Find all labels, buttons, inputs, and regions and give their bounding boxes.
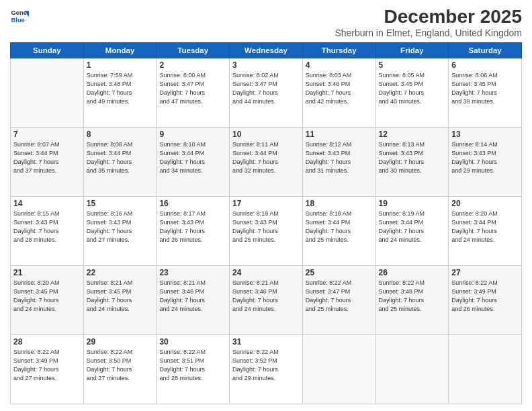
calendar-week-row: 14Sunrise: 8:15 AM Sunset: 3:43 PM Dayli…	[11, 196, 522, 265]
day-info: Sunrise: 8:07 AM Sunset: 3:44 PM Dayligh…	[13, 140, 81, 175]
page: General Blue December 2025 Sherburn in E…	[0, 0, 532, 411]
day-number: 25	[306, 268, 373, 277]
day-info: Sunrise: 7:59 AM Sunset: 3:48 PM Dayligh…	[87, 71, 154, 106]
day-number: 20	[451, 199, 519, 208]
calendar-cell: 18Sunrise: 8:18 AM Sunset: 3:44 PM Dayli…	[302, 196, 375, 265]
day-number: 19	[379, 199, 446, 208]
day-number: 12	[379, 130, 446, 139]
day-info: Sunrise: 8:06 AM Sunset: 3:45 PM Dayligh…	[451, 71, 519, 106]
calendar-cell: 27Sunrise: 8:22 AM Sunset: 3:49 PM Dayli…	[449, 265, 522, 334]
calendar-cell: 2Sunrise: 8:00 AM Sunset: 3:47 PM Daylig…	[157, 58, 230, 127]
day-info: Sunrise: 8:18 AM Sunset: 3:44 PM Dayligh…	[306, 210, 373, 244]
calendar-cell: 4Sunrise: 8:03 AM Sunset: 3:46 PM Daylig…	[302, 58, 375, 127]
day-info: Sunrise: 8:15 AM Sunset: 3:43 PM Dayligh…	[13, 210, 81, 244]
calendar-cell: 11Sunrise: 8:12 AM Sunset: 3:43 PM Dayli…	[302, 127, 375, 196]
calendar-cell: 30Sunrise: 8:22 AM Sunset: 3:51 PM Dayli…	[157, 334, 230, 404]
calendar-cell: 7Sunrise: 8:07 AM Sunset: 3:44 PM Daylig…	[11, 127, 84, 196]
logo-icon: General Blue	[10, 7, 29, 26]
weekday-header-friday: Friday	[375, 42, 449, 58]
calendar-cell: 16Sunrise: 8:17 AM Sunset: 3:43 PM Dayli…	[157, 196, 230, 265]
day-info: Sunrise: 8:22 AM Sunset: 3:47 PM Dayligh…	[306, 279, 373, 314]
day-info: Sunrise: 8:22 AM Sunset: 3:49 PM Dayligh…	[451, 279, 519, 314]
day-info: Sunrise: 8:22 AM Sunset: 3:51 PM Dayligh…	[159, 348, 226, 383]
title-block: December 2025 Sherburn in Elmet, England…	[335, 7, 522, 38]
calendar-cell: 31Sunrise: 8:22 AM Sunset: 3:52 PM Dayli…	[230, 334, 303, 404]
day-info: Sunrise: 8:03 AM Sunset: 3:46 PM Dayligh…	[306, 71, 373, 106]
day-number: 17	[232, 199, 300, 208]
day-info: Sunrise: 8:14 AM Sunset: 3:43 PM Dayligh…	[451, 140, 519, 175]
day-info: Sunrise: 8:10 AM Sunset: 3:44 PM Dayligh…	[159, 140, 226, 175]
day-info: Sunrise: 8:20 AM Sunset: 3:44 PM Dayligh…	[451, 210, 519, 244]
month-title: December 2025	[335, 7, 522, 28]
day-info: Sunrise: 8:08 AM Sunset: 3:44 PM Dayligh…	[87, 140, 154, 175]
day-number: 24	[232, 268, 300, 277]
calendar-cell: 19Sunrise: 8:19 AM Sunset: 3:44 PM Dayli…	[375, 196, 449, 265]
day-number: 3	[232, 60, 300, 70]
day-number: 1	[87, 60, 154, 70]
day-number: 27	[451, 268, 519, 277]
day-number: 9	[159, 130, 226, 139]
calendar-week-row: 21Sunrise: 8:20 AM Sunset: 3:45 PM Dayli…	[11, 265, 522, 334]
calendar-cell: 14Sunrise: 8:15 AM Sunset: 3:43 PM Dayli…	[11, 196, 84, 265]
calendar-cell: 8Sunrise: 8:08 AM Sunset: 3:44 PM Daylig…	[83, 127, 157, 196]
calendar-cell: 24Sunrise: 8:21 AM Sunset: 3:46 PM Dayli…	[230, 265, 303, 334]
day-number: 22	[87, 268, 154, 277]
calendar-cell: 13Sunrise: 8:14 AM Sunset: 3:43 PM Dayli…	[449, 127, 522, 196]
day-number: 16	[159, 199, 226, 208]
calendar-cell: 20Sunrise: 8:20 AM Sunset: 3:44 PM Dayli…	[449, 196, 522, 265]
day-number: 30	[159, 337, 226, 347]
day-number: 2	[159, 60, 226, 70]
day-number: 11	[306, 130, 373, 139]
day-number: 13	[451, 130, 519, 139]
logo: General Blue	[10, 7, 29, 26]
weekday-header-row: SundayMondayTuesdayWednesdayThursdayFrid…	[11, 42, 522, 58]
day-info: Sunrise: 8:22 AM Sunset: 3:50 PM Dayligh…	[87, 348, 154, 383]
weekday-header-wednesday: Wednesday	[230, 42, 303, 58]
header: General Blue December 2025 Sherburn in E…	[10, 7, 522, 38]
weekday-header-tuesday: Tuesday	[157, 42, 230, 58]
day-info: Sunrise: 8:18 AM Sunset: 3:43 PM Dayligh…	[232, 210, 300, 244]
day-number: 23	[159, 268, 226, 277]
calendar-cell: 9Sunrise: 8:10 AM Sunset: 3:44 PM Daylig…	[157, 127, 230, 196]
svg-text:Blue: Blue	[11, 17, 25, 24]
day-info: Sunrise: 8:11 AM Sunset: 3:44 PM Dayligh…	[232, 140, 300, 175]
day-number: 8	[87, 130, 154, 139]
day-info: Sunrise: 8:21 AM Sunset: 3:46 PM Dayligh…	[232, 279, 300, 314]
day-info: Sunrise: 8:20 AM Sunset: 3:45 PM Dayligh…	[13, 279, 81, 314]
calendar-week-row: 28Sunrise: 8:22 AM Sunset: 3:49 PM Dayli…	[11, 334, 522, 404]
day-info: Sunrise: 8:22 AM Sunset: 3:52 PM Dayligh…	[232, 348, 300, 383]
weekday-header-sunday: Sunday	[11, 42, 84, 58]
calendar-week-row: 7Sunrise: 8:07 AM Sunset: 3:44 PM Daylig…	[11, 127, 522, 196]
calendar-cell: 3Sunrise: 8:02 AM Sunset: 3:47 PM Daylig…	[230, 58, 303, 127]
subtitle: Sherburn in Elmet, England, United Kingd…	[335, 28, 522, 38]
calendar-cell: 1Sunrise: 7:59 AM Sunset: 3:48 PM Daylig…	[83, 58, 157, 127]
calendar-cell: 25Sunrise: 8:22 AM Sunset: 3:47 PM Dayli…	[302, 265, 375, 334]
day-info: Sunrise: 8:22 AM Sunset: 3:49 PM Dayligh…	[13, 348, 81, 383]
day-info: Sunrise: 8:22 AM Sunset: 3:48 PM Dayligh…	[379, 279, 446, 314]
day-info: Sunrise: 8:21 AM Sunset: 3:45 PM Dayligh…	[87, 279, 154, 314]
day-info: Sunrise: 8:12 AM Sunset: 3:43 PM Dayligh…	[306, 140, 373, 175]
day-info: Sunrise: 8:13 AM Sunset: 3:43 PM Dayligh…	[379, 140, 446, 175]
calendar-cell: 5Sunrise: 8:05 AM Sunset: 3:45 PM Daylig…	[375, 58, 449, 127]
weekday-header-saturday: Saturday	[449, 42, 522, 58]
day-number: 28	[13, 337, 81, 347]
calendar-cell: 22Sunrise: 8:21 AM Sunset: 3:45 PM Dayli…	[83, 265, 157, 334]
day-info: Sunrise: 8:19 AM Sunset: 3:44 PM Dayligh…	[379, 210, 446, 244]
day-info: Sunrise: 8:21 AM Sunset: 3:46 PM Dayligh…	[159, 279, 226, 314]
calendar-cell: 28Sunrise: 8:22 AM Sunset: 3:49 PM Dayli…	[11, 334, 84, 404]
calendar-cell: 15Sunrise: 8:16 AM Sunset: 3:43 PM Dayli…	[83, 196, 157, 265]
day-info: Sunrise: 8:00 AM Sunset: 3:47 PM Dayligh…	[159, 71, 226, 106]
calendar-cell: 26Sunrise: 8:22 AM Sunset: 3:48 PM Dayli…	[375, 265, 449, 334]
day-number: 26	[379, 268, 446, 277]
day-number: 10	[232, 130, 300, 139]
calendar-cell	[302, 334, 375, 404]
day-number: 5	[379, 60, 446, 70]
day-number: 4	[306, 60, 373, 70]
calendar-cell	[11, 58, 84, 127]
calendar-week-row: 1Sunrise: 7:59 AM Sunset: 3:48 PM Daylig…	[11, 58, 522, 127]
day-info: Sunrise: 8:17 AM Sunset: 3:43 PM Dayligh…	[159, 210, 226, 244]
calendar-cell: 23Sunrise: 8:21 AM Sunset: 3:46 PM Dayli…	[157, 265, 230, 334]
calendar-table: SundayMondayTuesdayWednesdayThursdayFrid…	[10, 42, 522, 404]
day-number: 21	[13, 268, 81, 277]
calendar-cell: 21Sunrise: 8:20 AM Sunset: 3:45 PM Dayli…	[11, 265, 84, 334]
